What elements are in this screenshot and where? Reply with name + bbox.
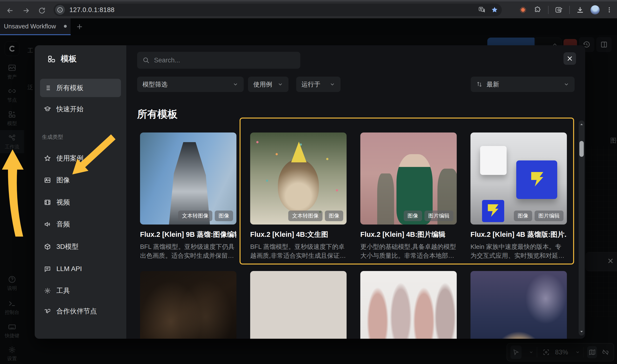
- sidebar-item-label: 视频: [56, 198, 70, 207]
- template-thumbnail: [471, 271, 567, 339]
- sidebar-item-video[interactable]: 视频: [40, 195, 121, 210]
- sidebar-item-llm-api[interactable]: LLM API: [40, 261, 121, 276]
- sidebar-item-image[interactable]: 图像: [40, 172, 121, 188]
- template-card[interactable]: 图像 图片编辑 Flux.2 [Klein] 4B:图片编辑 更小型的基础模型,…: [360, 132, 457, 260]
- sidebar-item-label: LLM API: [56, 265, 82, 273]
- template-card[interactable]: [140, 271, 236, 339]
- modal-title-row: 模板: [47, 53, 77, 64]
- arrow-right-icon: [22, 7, 30, 15]
- modal-sidebar: 模板 所有模板 快速开始 生成类型 使用案例 图像 视频: [35, 45, 126, 339]
- extension-starburst-icon[interactable]: [519, 6, 527, 14]
- list-icon: [44, 84, 51, 91]
- template-thumbnail: 图像 图片编辑: [471, 132, 567, 224]
- sidebar-item-all-templates[interactable]: 所有模板: [40, 79, 121, 97]
- browser-menu-kebab-icon[interactable]: [606, 7, 613, 13]
- browser-back-button[interactable]: [5, 6, 15, 15]
- modal-close-button[interactable]: [564, 52, 576, 65]
- template-title: Flux.2 [Klein] 4B:图片编辑: [360, 230, 457, 239]
- browser-reload-button[interactable]: [37, 6, 47, 15]
- gear-icon: [44, 287, 51, 294]
- template-card[interactable]: 文本转图像 图像 Flux.2 [Klein] 4B:文生图 BFL 蒸馏模型。…: [250, 132, 347, 260]
- thumbnail-art: [480, 146, 507, 175]
- sidebar-item-label: 使用案例: [56, 154, 83, 163]
- search-icon: [143, 57, 150, 64]
- new-workflow-tab-button[interactable]: [75, 23, 84, 31]
- translate-icon[interactable]: [478, 6, 486, 13]
- template-card[interactable]: [250, 271, 347, 339]
- filter-label: 使用例: [253, 80, 272, 89]
- template-badge: 图片编辑: [535, 210, 564, 221]
- template-card[interactable]: [360, 271, 457, 339]
- speaker-icon: [44, 221, 51, 228]
- template-description: Klein 家族中速度最快的版本。专为交互式应用、实时预览和对延迟敏...: [471, 242, 567, 260]
- sidebar-item-tools[interactable]: 工具: [40, 283, 121, 299]
- filter-runtime-dropdown[interactable]: 运行于: [296, 77, 341, 92]
- thumbnail-art: [278, 159, 319, 212]
- sidebar-item-label: 快速开始: [56, 104, 83, 114]
- scroll-down-arrow[interactable]: [579, 328, 584, 335]
- search-input[interactable]: [154, 57, 295, 64]
- handshake-icon: [44, 308, 51, 315]
- chevron-down-icon: [329, 81, 335, 87]
- template-title: Flux.2 [Klein] 9B 蒸馏:图像编辑: [140, 230, 236, 239]
- modal-title: 模板: [61, 53, 77, 64]
- graduation-cap-icon: [44, 105, 51, 113]
- film-icon: [44, 199, 51, 206]
- template-badge: 图像: [215, 210, 233, 221]
- browser-toolbar: 127.0.0.1:8188: [0, 0, 617, 18]
- browser-forward-button[interactable]: [21, 6, 31, 15]
- extensions-puzzle-icon[interactable]: [534, 6, 542, 14]
- template-card[interactable]: 文本转图像 图像 Flux.2 [Klein] 9B 蒸馏:图像编辑 BFL 蒸…: [140, 132, 236, 260]
- site-info-button[interactable]: [55, 5, 65, 15]
- workflow-tab[interactable]: Unsaved Workflow: [0, 18, 71, 35]
- template-thumbnail: 图像 图片编辑: [360, 132, 457, 224]
- browser-profile-avatar[interactable]: [591, 5, 600, 14]
- url-text[interactable]: 127.0.0.1:8188: [69, 4, 115, 16]
- bookmark-star-icon[interactable]: [491, 6, 499, 14]
- sidebar-item-use-cases[interactable]: 使用案例: [40, 151, 121, 166]
- filter-model-dropdown[interactable]: 模型筛选: [137, 77, 244, 92]
- template-search[interactable]: [137, 52, 300, 69]
- chevron-down-icon: [277, 81, 283, 87]
- sidebar-item-partner-nodes[interactable]: 合作伙伴节点: [40, 303, 121, 319]
- chevron-down-icon: [564, 81, 569, 87]
- template-title: Flux.2 [Klein] 4B 蒸馏版:图片...: [471, 230, 567, 239]
- tab-search-icon[interactable]: [555, 6, 563, 14]
- unsaved-indicator-dot: [64, 25, 67, 28]
- templates-icon: [47, 55, 56, 63]
- template-card[interactable]: 图像 图片编辑 Flux.2 [Klein] 4B 蒸馏版:图片... Klei…: [471, 132, 567, 260]
- arrow-left-icon: [6, 7, 14, 15]
- templates-modal: 模板 所有模板 快速开始 生成类型 使用案例 图像 视频: [35, 45, 585, 339]
- sidebar-item-label: 图像: [56, 176, 70, 185]
- sidebar-item-3d-model[interactable]: 3D模型: [40, 239, 121, 254]
- template-badge: 文本转图像: [288, 210, 322, 221]
- sidebar-item-quick-start[interactable]: 快速开始: [40, 101, 121, 117]
- chat-icon: [44, 265, 51, 273]
- sidebar-item-label: 工具: [56, 286, 70, 295]
- sort-dropdown[interactable]: 最新: [471, 77, 575, 92]
- reload-icon: [38, 7, 46, 14]
- scrollbar-thumb[interactable]: [579, 141, 584, 157]
- template-badge: 图像: [325, 210, 343, 221]
- toolbar-divider: [548, 6, 549, 14]
- template-badge: 图片编辑: [424, 210, 453, 221]
- template-badge: 图像: [404, 210, 422, 221]
- filter-usecase-dropdown[interactable]: 使用例: [248, 77, 289, 92]
- address-bar[interactable]: 127.0.0.1:8188: [53, 4, 502, 16]
- downloads-icon[interactable]: [576, 6, 584, 14]
- workflow-tab-title: Unsaved Workflow: [4, 23, 56, 30]
- sidebar-item-audio[interactable]: 音频: [40, 217, 121, 232]
- templates-section-heading: 所有模板: [137, 107, 178, 121]
- thumbnail-art: [482, 200, 504, 222]
- info-icon: [57, 7, 63, 13]
- workflow-tab-strip: Unsaved Workflow: [0, 18, 617, 35]
- template-badge: 图像: [514, 210, 532, 221]
- section-label: 生成类型: [42, 133, 63, 141]
- sidebar-item-label: 所有模板: [56, 83, 83, 92]
- modal-scrollbar[interactable]: [579, 120, 584, 336]
- scroll-up-arrow[interactable]: [579, 121, 584, 128]
- sidebar-item-label: 3D模型: [56, 242, 79, 251]
- template-card[interactable]: [471, 271, 567, 339]
- plus-icon: [76, 23, 83, 30]
- star-icon: [44, 155, 51, 162]
